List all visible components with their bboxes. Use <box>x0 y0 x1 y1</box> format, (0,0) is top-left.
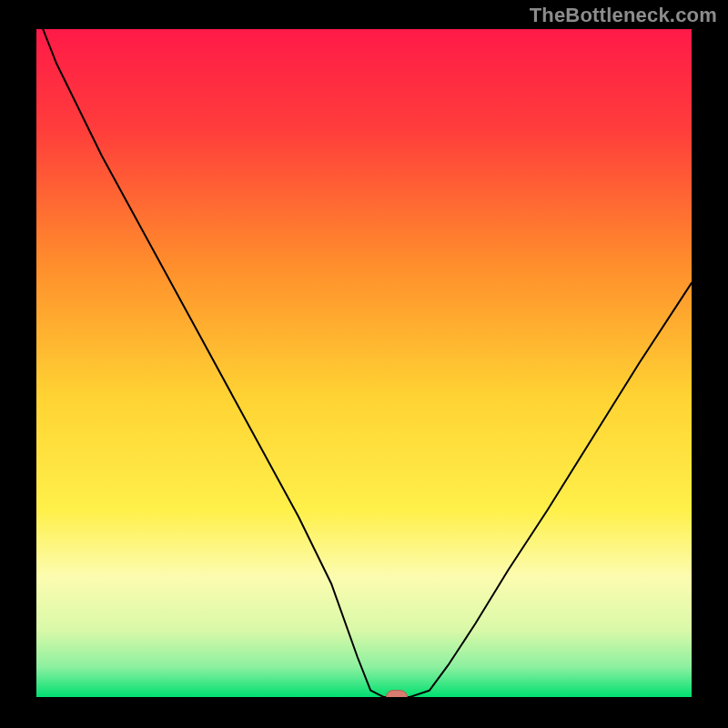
attribution-label: TheBottleneck.com <box>530 4 717 27</box>
chart-frame: TheBottleneck.com <box>0 0 728 728</box>
gradient-background <box>36 29 692 697</box>
optimal-point-marker <box>387 691 408 697</box>
bottleneck-chart <box>36 29 692 697</box>
plot-area <box>36 29 692 697</box>
